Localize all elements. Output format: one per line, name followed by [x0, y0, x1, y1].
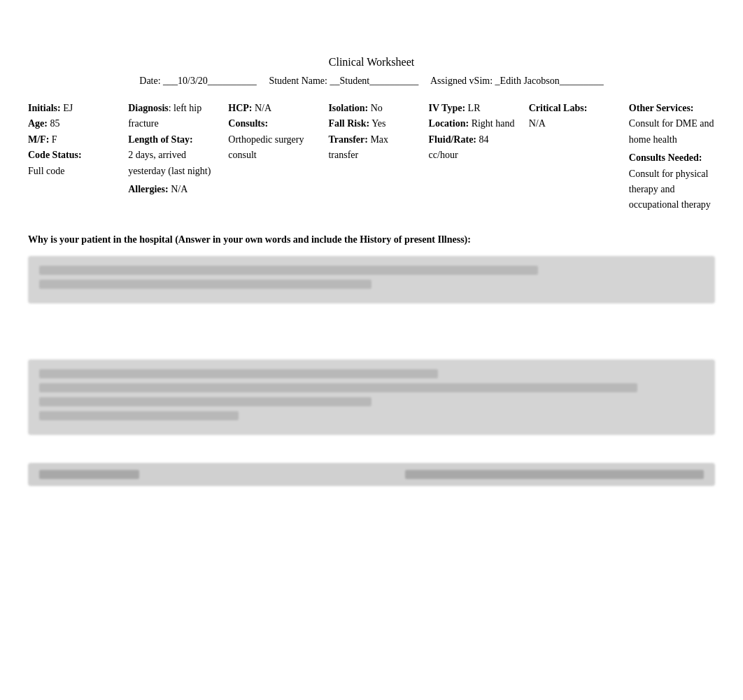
code-status-row: Code Status: — [28, 148, 114, 163]
other-services-value: Consult for DME and home health — [629, 116, 715, 148]
allergies-label: Allergies: — [128, 184, 169, 194]
consults-needed-value: Consult for physical therapy and occupat… — [629, 166, 715, 213]
blurred-line — [39, 280, 372, 289]
consults-value: Orthopedic surgery consult — [228, 132, 314, 164]
location-row: Location: Right hand — [429, 116, 515, 131]
mf-label: M/F: — [28, 134, 49, 145]
iv-type-label: IV Type: — [429, 103, 466, 113]
fall-risk-label: Fall Risk: — [328, 118, 369, 129]
col-other-services: Other Services: Consult for DME and home… — [629, 101, 715, 213]
consults-row: Consults: — [228, 116, 314, 131]
hcp-row: HCP: N/A — [228, 101, 314, 116]
col-isolation: Isolation: No Fall Risk: Yes Transfer: M… — [328, 101, 414, 164]
col-initials: Initials: EJ Age: 85 M/F: F Code Status:… — [28, 101, 114, 179]
blurred-answer-2 — [28, 359, 715, 435]
code-status-value-row: Full code — [28, 164, 114, 179]
fall-risk-row: Fall Risk: Yes — [328, 116, 414, 131]
consults-needed-label: Consults Needed: — [629, 152, 702, 163]
initials-label: Initials: — [28, 103, 61, 113]
date-value: ___10/3/20__________ — [163, 76, 257, 86]
blurred-line — [39, 266, 538, 275]
transfer-row: Transfer: Max transfer — [328, 132, 414, 164]
critical-labs-value: N/A — [529, 116, 615, 131]
patient-info: Initials: EJ Age: 85 M/F: F Code Status:… — [28, 101, 715, 213]
location-label: Location: — [429, 118, 469, 129]
mf-row: M/F: F — [28, 132, 114, 148]
student-name-value: __Student__________ — [330, 76, 418, 86]
blurred-line — [39, 369, 438, 378]
length-of-stay-row: Length of Stay: — [128, 132, 214, 148]
student-name-label: Student Name: — [269, 76, 327, 86]
length-of-stay-value: 2 days, arrived yesterday (last night) — [128, 148, 214, 179]
transfer-label: Transfer: — [328, 134, 368, 145]
code-status-label: Code Status: — [28, 150, 82, 160]
footer-bar — [28, 463, 715, 486]
page-title: Clinical Worksheet — [28, 56, 715, 69]
allergies-row: Allergies: N/A — [128, 182, 214, 197]
isolation-label: Isolation: — [328, 103, 368, 113]
blurred-answer-1 — [28, 256, 715, 303]
consults-label: Consults: — [228, 118, 268, 129]
question-text: Why is your patient in the hospital (Ans… — [28, 234, 715, 245]
date-line: Date: ___10/3/20__________ Student Name:… — [28, 76, 715, 87]
consults-needed-row: Consults Needed: — [629, 150, 715, 166]
fluid-rate-row: Fluid/Rate: 84 cc/hour — [429, 132, 515, 164]
iv-type-row: IV Type: LR — [429, 101, 515, 116]
col-iv: IV Type: LR Location: Right hand Fluid/R… — [429, 101, 515, 164]
footer-right-chunk — [405, 470, 705, 479]
date-label: Date: — [139, 76, 160, 86]
code-status-value: Full code — [28, 166, 65, 176]
col-diagnosis: Diagnosis: left hip fracture Length of S… — [128, 101, 214, 197]
answer-area — [28, 256, 715, 486]
footer-left-chunk — [39, 470, 139, 479]
length-of-stay-label: Length of Stay: — [128, 134, 193, 145]
critical-labs-label: Critical Labs: — [529, 103, 588, 113]
col-hcp: HCP: N/A Consults: Orthopedic surgery co… — [228, 101, 314, 164]
isolation-row: Isolation: No — [328, 101, 414, 116]
assigned-vsim-label: Assigned vSim: — [430, 76, 493, 86]
critical-labs-row: Critical Labs: — [529, 101, 615, 116]
blurred-line — [39, 383, 637, 392]
assigned-vsim-value: _Edith Jacobson_________ — [495, 76, 604, 86]
diagnosis-label: Diagnosis — [128, 103, 169, 113]
blurred-line — [39, 411, 239, 420]
hcp-label: HCP: — [228, 103, 252, 113]
blurred-line — [39, 397, 372, 406]
initials-row: Initials: EJ — [28, 101, 114, 116]
diagnosis-row: Diagnosis: left hip fracture — [128, 101, 214, 132]
other-services-label: Other Services: — [629, 103, 694, 113]
age-label: Age: — [28, 118, 48, 129]
other-services-row: Other Services: — [629, 101, 715, 116]
fluid-rate-label: Fluid/Rate: — [429, 134, 476, 145]
col-critical-labs: Critical Labs: N/A — [529, 101, 615, 132]
age-row: Age: 85 — [28, 116, 114, 131]
